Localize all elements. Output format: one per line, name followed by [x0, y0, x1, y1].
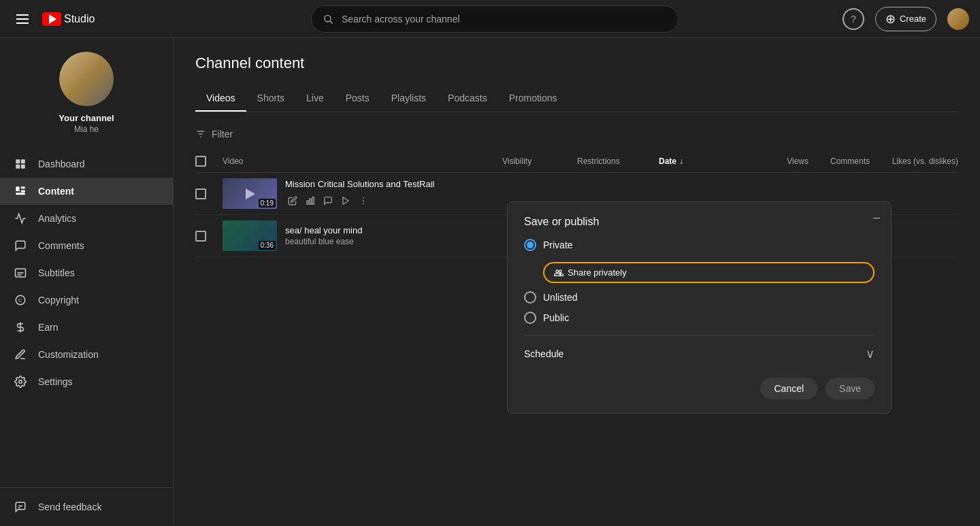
svg-point-26 — [363, 197, 364, 199]
radio-unlisted[interactable] — [524, 291, 536, 303]
option-unlisted[interactable]: Unlisted — [524, 291, 875, 303]
svg-point-0 — [325, 15, 331, 21]
topbar: Studio ? ⊕ Create — [0, 0, 980, 38]
sidebar: Your channel Mia he Dashboard Content — [0, 38, 174, 526]
sidebar-item-copyright-label: Copyright — [38, 295, 79, 306]
row1-check — [195, 188, 223, 199]
subtitles-icon — [14, 266, 27, 280]
sidebar-item-settings[interactable]: Settings — [0, 368, 173, 395]
sidebar-item-customization-label: Customization — [38, 349, 99, 360]
search-input[interactable] — [342, 14, 667, 24]
header-date[interactable]: Date ↓ — [659, 157, 747, 166]
sidebar-item-content[interactable]: Content — [0, 178, 173, 205]
sidebar-item-comments[interactable]: Comments — [0, 232, 173, 259]
row2-video-cell: 0:36 sea/ heal your mind beautiful blue … — [223, 220, 502, 251]
schedule-row[interactable]: Schedule ∨ — [524, 346, 875, 361]
content-tabs: Videos Shorts Live Posts Playlists Podca… — [195, 86, 958, 112]
user-avatar[interactable] — [947, 8, 969, 30]
avatar-image — [947, 8, 969, 30]
tab-promotions[interactable]: Promotions — [498, 86, 568, 112]
copyright-icon: C — [14, 293, 27, 307]
row2-checkbox[interactable] — [195, 231, 206, 242]
tab-playlists[interactable]: Playlists — [380, 86, 437, 112]
sidebar-item-earn[interactable]: Earn — [0, 314, 173, 341]
sidebar-item-analytics[interactable]: Analytics — [0, 205, 173, 232]
more-button-1[interactable] — [356, 193, 371, 208]
save-publish-popup: – Save or publish Private Share privatel… — [507, 201, 892, 414]
date-sort-icon: ↓ — [679, 157, 683, 166]
row1-checkbox[interactable] — [195, 188, 206, 199]
svg-rect-23 — [310, 199, 311, 204]
sidebar-item-copyright[interactable]: C Copyright — [0, 286, 173, 314]
sidebar-item-dashboard-label: Dashboard — [38, 159, 85, 169]
share-privately-label: Share privately — [568, 267, 627, 278]
dashboard-icon — [14, 157, 27, 171]
hamburger-menu-icon[interactable] — [11, 9, 34, 29]
header-restrictions: Restrictions — [577, 157, 659, 166]
earn-icon — [14, 320, 27, 334]
popup-close-button[interactable]: – — [873, 210, 880, 225]
sidebar-item-content-label: Content — [38, 186, 74, 197]
create-plus-icon: ⊕ — [885, 12, 896, 27]
tab-live[interactable]: Live — [295, 86, 335, 112]
edit-button-1[interactable] — [285, 193, 300, 208]
schedule-label: Schedule — [524, 348, 564, 359]
youtube-studio-logo: Studio — [42, 12, 95, 26]
youtube-button-1[interactable] — [338, 193, 353, 208]
help-button[interactable]: ? — [843, 8, 864, 30]
filter-label[interactable]: Filter — [212, 129, 233, 139]
analytics-icon — [14, 212, 27, 225]
svg-rect-4 — [16, 165, 20, 169]
sidebar-item-subtitles[interactable]: Subtitles — [0, 259, 173, 286]
svg-rect-2 — [16, 159, 20, 163]
svg-rect-9 — [16, 193, 25, 195]
svg-line-1 — [330, 21, 333, 24]
svg-rect-24 — [312, 197, 314, 205]
select-all-checkbox[interactable] — [195, 156, 206, 167]
save-button[interactable]: Save — [826, 378, 875, 399]
radio-private[interactable] — [524, 239, 536, 251]
analytics-button-1[interactable] — [303, 193, 318, 208]
option-private[interactable]: Private — [524, 239, 875, 251]
row2-check — [195, 231, 223, 242]
create-label: Create — [900, 14, 926, 24]
svg-rect-3 — [21, 159, 25, 163]
comments-button-1[interactable] — [321, 193, 336, 208]
sidebar-item-subtitles-label: Subtitles — [38, 267, 75, 278]
app-layout: Your channel Mia he Dashboard Content — [0, 38, 980, 526]
header-comments: Comments — [808, 157, 870, 166]
header-views: Views — [747, 157, 808, 166]
tab-posts[interactable]: Posts — [335, 86, 380, 112]
video-cell-2: 0:36 sea/ heal your mind beautiful blue … — [223, 220, 502, 251]
channel-avatar[interactable] — [59, 52, 114, 106]
create-button[interactable]: ⊕ Create — [875, 7, 936, 31]
tab-videos[interactable]: Videos — [195, 86, 246, 112]
svg-rect-22 — [307, 201, 308, 204]
svg-point-27 — [363, 200, 364, 201]
option-public-label: Public — [543, 312, 569, 323]
channel-handle: Mia he — [74, 125, 99, 134]
youtube-icon — [42, 12, 61, 26]
table-header: Video Visibility Restrictions Date ↓ Vie… — [195, 150, 958, 173]
topbar-left: Studio — [11, 9, 147, 29]
content-icon — [14, 184, 27, 198]
video-duration-2: 0:36 — [259, 241, 276, 250]
cancel-button[interactable]: Cancel — [760, 378, 817, 399]
send-feedback-button[interactable]: Send feedback — [0, 493, 173, 521]
video-desc-2: beautiful blue ease — [285, 237, 362, 246]
sidebar-item-dashboard[interactable]: Dashboard — [0, 150, 173, 178]
option-public[interactable]: Public — [524, 312, 875, 324]
tab-shorts[interactable]: Shorts — [246, 86, 295, 112]
option-private-label: Private — [543, 240, 573, 250]
search-icon — [323, 14, 333, 24]
sidebar-item-customization[interactable]: Customization — [0, 341, 173, 368]
header-likes: Likes (vs. dislikes) — [870, 157, 958, 166]
row1-video-cell: 0:19 Mission Critical Solutions and Test… — [223, 178, 502, 209]
radio-public[interactable] — [524, 312, 536, 324]
video-duration-1: 0:19 — [259, 199, 276, 208]
tab-podcasts[interactable]: Podcasts — [437, 86, 498, 112]
channel-name: Your channel — [59, 113, 114, 123]
share-privately-button[interactable]: Share privately — [543, 262, 875, 283]
svg-marker-25 — [343, 197, 348, 205]
video-cell-1: 0:19 Mission Critical Solutions and Test… — [223, 178, 502, 209]
